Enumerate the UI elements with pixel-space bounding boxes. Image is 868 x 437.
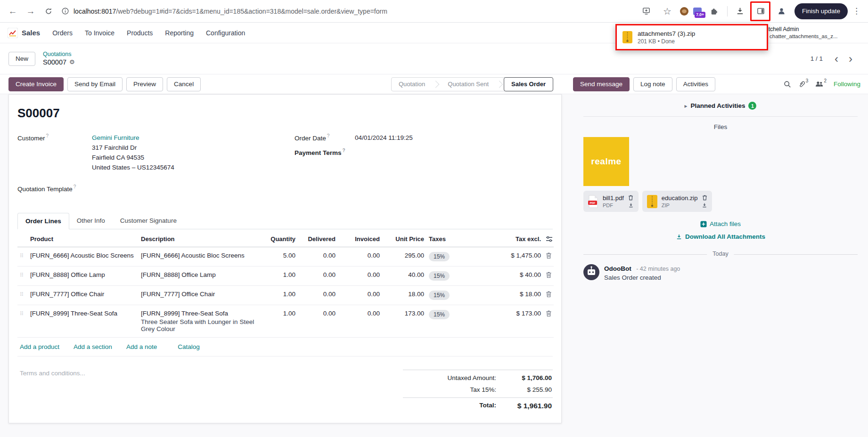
status-quotation-sent[interactable]: Quotation Sent — [441, 77, 496, 91]
order-date-value[interactable]: 04/01/2024 11:19:25 — [355, 133, 413, 143]
terms-placeholder[interactable]: Terms and conditions... — [17, 370, 85, 377]
cell-description[interactable]: [FURN_8888] Office Lamp — [139, 266, 265, 285]
send-message-button[interactable]: Send message — [573, 77, 630, 91]
cell-taxes[interactable]: 15% — [426, 305, 489, 337]
search-messages-button[interactable] — [784, 81, 791, 88]
delete-attachment-icon[interactable] — [628, 194, 633, 201]
forward-button[interactable]: → — [23, 3, 39, 19]
cell-unit-price[interactable]: 295.00 — [382, 247, 426, 266]
download-all-attachments-button[interactable]: Download All Attachments — [583, 233, 858, 240]
cell-product[interactable]: [FURN_6666] Acoustic Bloc Screens — [28, 247, 139, 266]
app-switcher[interactable]: Sales — [8, 28, 40, 38]
status-sales-order[interactable]: Sales Order — [504, 77, 553, 91]
downloads-button[interactable] — [732, 3, 748, 19]
following-toggle[interactable]: Following — [834, 81, 860, 88]
column-taxes[interactable]: Taxes — [426, 229, 489, 247]
download-attachment-icon[interactable] — [702, 202, 707, 208]
column-invoiced[interactable]: Invoiced — [338, 229, 382, 247]
optional-columns-button[interactable] — [543, 229, 554, 247]
cell-delivered[interactable]: 0.00 — [298, 305, 338, 337]
add-note-link[interactable]: Add a note — [126, 343, 157, 350]
drag-handle[interactable]: ⠿ — [17, 285, 28, 305]
cell-taxes[interactable]: 15% — [426, 266, 489, 285]
create-invoice-button[interactable]: Create Invoice — [8, 77, 64, 91]
delete-row-button[interactable] — [543, 247, 554, 266]
profile-button[interactable] — [774, 3, 790, 19]
cell-invoiced[interactable]: 0.00 — [338, 305, 382, 337]
planned-activities-header[interactable]: ▸ Planned Activities 1 — [583, 102, 858, 110]
breadcrumb-quotations[interactable]: Quotations — [43, 50, 75, 58]
nav-item-products[interactable]: Products — [127, 29, 153, 37]
cell-taxes[interactable]: 15% — [426, 247, 489, 266]
add-product-link[interactable]: Add a product — [20, 343, 59, 350]
downloaded-file-entry[interactable]: chatter_attachments_as_z... — [762, 33, 860, 40]
cell-product[interactable]: [FURN_7777] Office Chair — [28, 285, 139, 305]
back-button[interactable]: ← — [5, 3, 21, 19]
cell-product[interactable]: [FURN_8888] Office Lamp — [28, 266, 139, 285]
nav-item-to-invoice[interactable]: To Invoice — [85, 29, 115, 37]
extension-icon-cards[interactable]: 7.0+ — [693, 8, 702, 15]
cell-description[interactable]: [FURN_8999] Three-Seat Sofa Three Seater… — [139, 305, 265, 337]
extension-icon-monkey[interactable] — [680, 7, 688, 16]
extensions-button[interactable] — [706, 3, 722, 19]
column-delivered[interactable]: Delivered — [298, 229, 338, 247]
address-bar[interactable]: localhost:8017/web?debug=1#id=7&cids=1&m… — [61, 7, 632, 15]
pager-next-button[interactable]: › — [844, 53, 857, 65]
download-attachment-icon[interactable] — [628, 202, 634, 208]
column-unit-price[interactable]: Unit Price — [382, 229, 426, 247]
cell-product[interactable]: [FURN_8999] Three-Seat Sofa — [28, 305, 139, 337]
cell-unit-price[interactable]: 18.00 — [382, 285, 426, 305]
attachment-card-zip[interactable]: education.zip ZIP — [642, 191, 712, 212]
drag-handle[interactable]: ⠿ — [17, 305, 28, 337]
column-description[interactable]: Description — [139, 229, 265, 247]
reload-button[interactable] — [41, 3, 57, 19]
delete-row-button[interactable] — [543, 305, 554, 337]
gear-icon[interactable]: ⚙ — [69, 58, 75, 66]
user-menu[interactable]: Mitchell Admin chatter_attachments_as_z.… — [762, 25, 860, 40]
drag-handle[interactable]: ⠿ — [17, 266, 28, 285]
drag-handle[interactable]: ⠿ — [17, 247, 28, 266]
new-button[interactable]: New — [8, 52, 35, 66]
cell-unit-price[interactable]: 173.00 — [382, 305, 426, 337]
cell-invoiced[interactable]: 0.00 — [338, 285, 382, 305]
nav-item-configuration[interactable]: Configuration — [206, 29, 245, 37]
tab-order-lines[interactable]: Order Lines — [17, 213, 69, 229]
cell-delivered[interactable]: 0.00 — [298, 266, 338, 285]
cancel-button[interactable]: Cancel — [167, 77, 201, 91]
column-product[interactable]: Product — [28, 229, 139, 247]
cell-quantity[interactable]: 1.00 — [265, 266, 298, 285]
install-app-button[interactable] — [639, 3, 655, 19]
customer-link[interactable]: Gemini Furniture — [92, 134, 139, 141]
send-by-email-button[interactable]: Send by Email — [67, 77, 123, 91]
attachment-card-pdf[interactable]: PDF bill1.pdf PDF — [583, 191, 639, 212]
preview-button[interactable]: Preview — [126, 77, 163, 91]
tab-other-info[interactable]: Other Info — [69, 213, 113, 229]
quotation-template-field[interactable]: Quotation Template? — [17, 184, 276, 193]
cell-quantity[interactable]: 1.00 — [265, 305, 298, 337]
cell-unit-price[interactable]: 40.00 — [382, 266, 426, 285]
download-popup[interactable]: attachments7 (3).zip 201 KB • Done — [615, 24, 768, 50]
catalog-link[interactable]: Catalog — [178, 343, 200, 350]
bookmark-button[interactable]: ☆ — [659, 3, 675, 19]
tab-customer-signature[interactable]: Customer Signature — [113, 213, 184, 229]
cell-delivered[interactable]: 0.00 — [298, 285, 338, 305]
column-quantity[interactable]: Quantity — [265, 229, 298, 247]
cell-quantity[interactable]: 5.00 — [265, 247, 298, 266]
delete-row-button[interactable] — [543, 285, 554, 305]
delete-attachment-icon[interactable] — [702, 194, 707, 201]
cell-invoiced[interactable]: 0.00 — [338, 247, 382, 266]
attachment-image-realme[interactable]: realme — [583, 137, 629, 186]
column-tax-excl[interactable]: Tax excl. — [489, 229, 543, 247]
nav-item-reporting[interactable]: Reporting — [165, 29, 194, 37]
log-note-button[interactable]: Log note — [633, 77, 672, 91]
activities-button[interactable]: Activities — [676, 77, 715, 91]
followers-button[interactable]: 2 — [815, 81, 827, 88]
attach-files-button[interactable]: Attach files — [583, 220, 858, 227]
add-section-link[interactable]: Add a section — [74, 343, 112, 350]
nav-item-orders[interactable]: Orders — [52, 29, 73, 37]
attachments-button[interactable]: 3 — [798, 81, 809, 88]
browser-menu-button[interactable]: ⋮ — [850, 6, 863, 16]
payment-terms-field[interactable]: Payment Terms? — [295, 147, 553, 156]
cell-taxes[interactable]: 15% — [426, 285, 489, 305]
delete-row-button[interactable] — [543, 266, 554, 285]
